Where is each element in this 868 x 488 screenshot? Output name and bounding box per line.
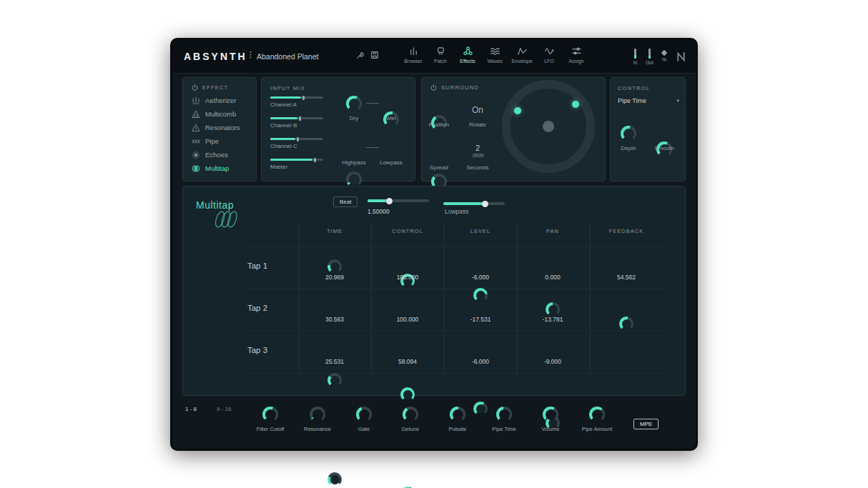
column-header-time: TIME bbox=[302, 228, 367, 234]
waves-icon bbox=[490, 46, 500, 56]
master-slider[interactable] bbox=[270, 159, 323, 161]
effect-item-multitap[interactable]: Multitap bbox=[183, 161, 256, 175]
highpass-knob[interactable] bbox=[346, 171, 362, 187]
tap2-level-value: -17.531 bbox=[452, 316, 509, 323]
surround-center-dot[interactable] bbox=[543, 121, 554, 132]
resonance-knob[interactable] bbox=[310, 407, 325, 422]
dry-wet-link bbox=[366, 103, 379, 104]
macro-gate: Gate bbox=[340, 407, 388, 432]
multitap-panel: Multitap Beat 1.50000 Lowpass TIME CONTR… bbox=[182, 186, 686, 396]
effects-icon bbox=[463, 46, 473, 56]
pulsate-knob[interactable] bbox=[450, 407, 465, 422]
absynth-plugin-window: ABSYNTH ⋮ Abandoned Planet Browser Patch bbox=[170, 38, 698, 451]
aetherizer-icon bbox=[192, 96, 200, 105]
output-meter: Out bbox=[646, 49, 653, 65]
pipe-time-knob[interactable] bbox=[496, 407, 512, 422]
control-target-dropdown[interactable]: Pipe Time ▾ bbox=[618, 97, 679, 104]
macro-resonance: Resonance bbox=[294, 407, 341, 432]
channel-a-slider[interactable] bbox=[270, 96, 323, 99]
tap2-time-knob[interactable] bbox=[327, 373, 342, 387]
tab-assign[interactable]: Assign bbox=[563, 40, 590, 73]
header-right-cluster: In Out % bbox=[633, 44, 687, 69]
master-label: Master bbox=[270, 164, 323, 170]
tap3-time-knob[interactable] bbox=[327, 472, 342, 487]
seconds-frac: .0000 bbox=[460, 153, 495, 158]
menu-dots-icon[interactable]: ⋮ bbox=[247, 50, 255, 59]
column-header-pan: PAN bbox=[521, 228, 585, 234]
multitap-lowpass-label: Lowpass bbox=[445, 208, 469, 215]
tab-lfo[interactable]: LFO bbox=[536, 40, 563, 73]
multitap-lowpass-slider[interactable] bbox=[443, 202, 505, 205]
effect-item-multicomb[interactable]: Multicomb bbox=[183, 107, 256, 121]
save-icon[interactable] bbox=[370, 50, 380, 60]
tap2-control-knob[interactable] bbox=[400, 387, 415, 402]
filter-cutoff-knob[interactable] bbox=[262, 407, 278, 422]
tap3-control-value: 58.094 bbox=[379, 358, 436, 365]
assign-icon bbox=[571, 46, 582, 56]
channel-a-label: Channel A bbox=[270, 101, 323, 108]
tap1-label: Tap 1 bbox=[229, 262, 286, 270]
tab-envelope[interactable]: Envelope bbox=[508, 40, 536, 73]
surround-speaker-dot-right[interactable] bbox=[572, 101, 579, 108]
seconds-label: Seconds bbox=[460, 164, 495, 171]
effect-item-resonators[interactable]: Resonators bbox=[183, 121, 256, 134]
grid-hline bbox=[247, 373, 664, 374]
volume-knob[interactable] bbox=[543, 407, 558, 422]
macro-detune: Detune bbox=[387, 407, 434, 432]
pipe-icon bbox=[192, 137, 200, 146]
macro-volume: Volume bbox=[527, 407, 574, 432]
gate-knob[interactable] bbox=[356, 407, 372, 422]
tap3-level-value: -6.000 bbox=[452, 358, 509, 365]
spread-label: Spread bbox=[422, 164, 456, 171]
dry-label: Dry bbox=[337, 115, 371, 121]
macro-page-1-8[interactable]: 1 - 8 bbox=[185, 406, 197, 412]
input-mix-panel: INPUT MIX Channel A Channel B Channel C … bbox=[261, 77, 415, 181]
lowpass-label: Lowpass bbox=[374, 159, 408, 166]
beat-button[interactable]: Beat bbox=[333, 196, 357, 207]
patch-name[interactable]: Abandoned Planet bbox=[257, 52, 318, 61]
multitap-icon bbox=[192, 164, 200, 173]
grid-hline bbox=[247, 331, 664, 332]
ni-logo-icon bbox=[675, 51, 687, 63]
tab-patch[interactable]: Patch bbox=[427, 40, 454, 73]
channel-b-slider[interactable] bbox=[270, 117, 323, 119]
surround-power-icon[interactable] bbox=[430, 84, 437, 91]
tab-effects[interactable]: Effects bbox=[454, 40, 481, 73]
rotate-status[interactable]: On bbox=[460, 105, 495, 115]
wrench-icon[interactable] bbox=[355, 50, 365, 60]
effect-item-pipe[interactable]: Pipe bbox=[183, 134, 256, 148]
tap1-level-knob[interactable] bbox=[473, 288, 488, 302]
tap1-pan-knob[interactable] bbox=[546, 302, 560, 317]
browser-icon bbox=[408, 46, 419, 56]
macro-page-9-16[interactable]: 9 - 16 bbox=[217, 406, 231, 412]
effect-item-aetherizer[interactable]: Aetherizer bbox=[183, 94, 256, 107]
time-base-value: 1.50000 bbox=[368, 208, 390, 215]
detune-knob[interactable] bbox=[403, 407, 418, 422]
macro-pipe-amount: Pipe Amount bbox=[573, 407, 621, 432]
depth-knob[interactable] bbox=[621, 126, 636, 141]
input-meter-fill bbox=[634, 55, 636, 59]
chevron-down-icon: ▾ bbox=[676, 98, 679, 104]
tap1-time-knob[interactable] bbox=[327, 259, 342, 274]
tab-browser[interactable]: Browser bbox=[400, 40, 427, 73]
surround-speaker-dot-left[interactable] bbox=[514, 107, 521, 114]
tab-waves[interactable]: Waves bbox=[481, 40, 508, 73]
tap1-feedback-knob[interactable] bbox=[619, 317, 633, 331]
effect-item-echoes[interactable]: Echoes bbox=[183, 148, 256, 161]
macro-pipe-time: Pipe Time bbox=[480, 407, 528, 432]
hp-lp-link bbox=[366, 147, 379, 148]
effect-power-icon[interactable] bbox=[192, 84, 198, 91]
multitap-coil-icon bbox=[209, 206, 246, 232]
dry-knob[interactable] bbox=[346, 96, 362, 111]
mpe-button[interactable]: MPE bbox=[633, 419, 659, 429]
multicomb-icon bbox=[192, 110, 200, 119]
lfo-icon bbox=[544, 46, 555, 56]
time-base-slider[interactable] bbox=[368, 199, 429, 202]
depth-label: Depth bbox=[611, 145, 646, 151]
nav-tabs: Browser Patch Effects Waves Enve bbox=[400, 40, 590, 73]
tap1-time-value: 20.969 bbox=[306, 274, 363, 281]
column-header-control: CONTROL bbox=[375, 228, 440, 234]
pipe-amount-knob[interactable] bbox=[589, 407, 605, 422]
seconds-int[interactable]: 2 bbox=[460, 144, 495, 152]
channel-c-slider[interactable] bbox=[270, 138, 323, 140]
